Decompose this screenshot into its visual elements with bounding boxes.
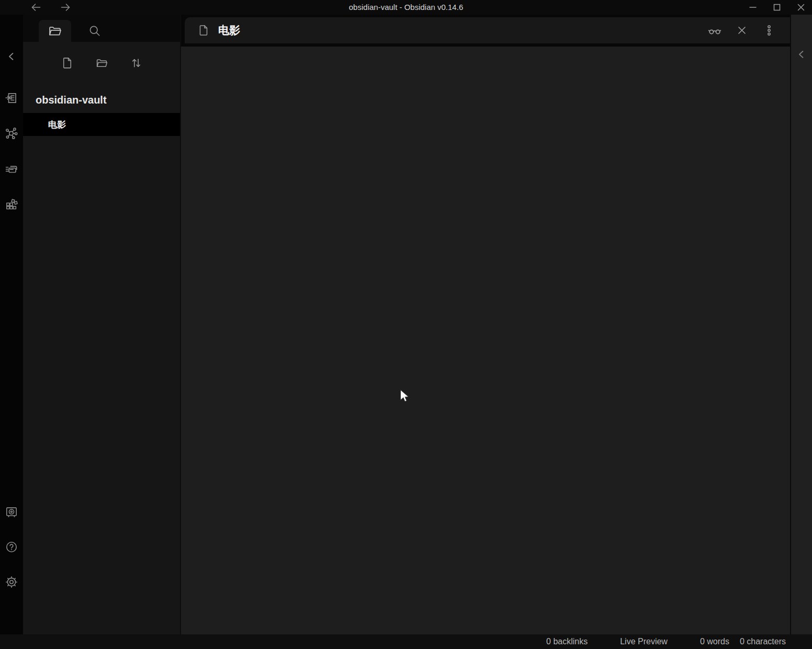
word-count: 0 words <box>700 637 729 646</box>
graph-view-icon <box>5 127 18 140</box>
tab-file-explorer[interactable] <box>39 20 71 42</box>
magnifier-icon <box>87 24 102 38</box>
file-explorer-panel: obsidian-vault 电影 <box>23 42 180 634</box>
window-titlebar: obsidian-vault - Obsidian v0.14.6 <box>0 0 812 15</box>
new-folder-button[interactable] <box>94 55 109 70</box>
kebab-dots-icon <box>763 24 775 37</box>
random-note-button[interactable] <box>4 197 19 212</box>
maximize-button[interactable] <box>770 1 784 14</box>
command-palette-button[interactable] <box>4 162 19 176</box>
random-note-icon <box>5 198 18 211</box>
vault-root-folder[interactable]: obsidian-vault <box>23 93 180 107</box>
collapse-left-sidebar-button[interactable] <box>4 49 19 64</box>
file-item-selected[interactable]: 电影 <box>23 113 180 136</box>
quick-switcher-icon <box>5 91 18 105</box>
vault-switcher-button[interactable] <box>4 505 19 519</box>
minimize-button[interactable] <box>746 1 760 14</box>
sort-order-button[interactable] <box>129 55 143 70</box>
character-count: 0 characters <box>740 637 786 646</box>
new-note-icon <box>61 56 74 70</box>
main-pane: 电影 <box>180 15 790 634</box>
up-down-arrows-icon <box>130 56 143 70</box>
status-bar: 0 backlinks Live Preview 0 words 0 chara… <box>0 634 812 649</box>
gear-icon <box>5 575 18 589</box>
sidebar-tabstrip <box>23 15 180 42</box>
left-ribbon <box>0 15 23 634</box>
quick-switcher-button[interactable] <box>4 90 19 105</box>
help-icon <box>5 540 18 554</box>
maximize-icon <box>771 2 783 13</box>
chevron-left-icon <box>5 50 18 63</box>
help-button[interactable] <box>4 540 19 554</box>
reading-view-button[interactable] <box>707 23 722 38</box>
note-tab-header[interactable]: 电影 <box>185 17 790 43</box>
editor-pane[interactable] <box>181 47 790 634</box>
command-palette-icon <box>5 162 18 176</box>
glasses-icon <box>707 23 722 38</box>
history-back-button[interactable] <box>29 1 43 14</box>
arrow-right-icon <box>59 1 72 14</box>
window-title: obsidian-vault - Obsidian v0.14.6 <box>0 0 812 15</box>
folder-icon <box>48 24 62 38</box>
history-forward-button[interactable] <box>59 1 72 14</box>
new-folder-icon <box>95 56 108 70</box>
left-sidebar: obsidian-vault 电影 <box>23 15 180 634</box>
editor-mode-toggle[interactable]: Live Preview <box>620 637 668 646</box>
x-icon <box>736 24 748 37</box>
graph-view-button[interactable] <box>4 126 19 141</box>
vault-icon <box>5 505 18 519</box>
right-sidebar-strip <box>790 15 812 634</box>
backlinks-count: 0 backlinks <box>546 637 588 646</box>
expand-right-sidebar-button[interactable] <box>794 47 809 62</box>
note-header-actions <box>707 23 776 38</box>
note-title[interactable]: 电影 <box>218 23 240 38</box>
settings-button[interactable] <box>4 575 19 589</box>
chevron-left-icon <box>795 48 808 61</box>
document-icon <box>197 24 210 37</box>
more-options-button[interactable] <box>762 23 776 38</box>
close-icon <box>795 2 807 13</box>
close-window-button[interactable] <box>794 1 808 14</box>
close-tab-button[interactable] <box>735 23 749 38</box>
new-note-button[interactable] <box>60 55 74 70</box>
explorer-actions <box>23 42 180 70</box>
minimize-icon <box>747 2 759 13</box>
arrow-left-icon <box>30 1 42 14</box>
tab-search[interactable] <box>78 20 111 42</box>
